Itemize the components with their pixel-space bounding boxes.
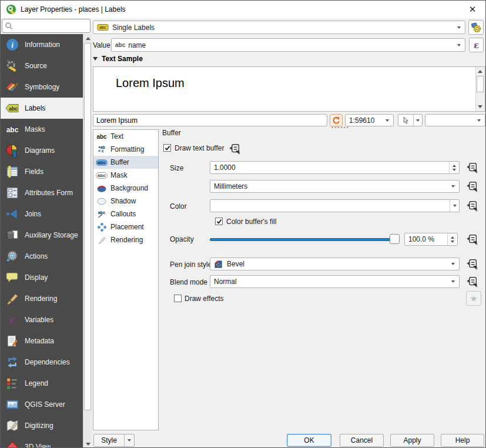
sidebar-item-label: Display — [25, 273, 48, 282]
dd-override-size-button[interactable] — [464, 161, 480, 175]
value-field-combo[interactable]: abc name — [111, 38, 465, 52]
scroll-down-icon[interactable] — [478, 105, 482, 108]
close-button[interactable]: ✕ — [464, 3, 481, 16]
preview-scrollbar[interactable] — [475, 67, 485, 111]
sidebar-item-information[interactable]: i Information — [1, 34, 83, 55]
text-sample-header[interactable]: Text Sample — [93, 55, 143, 63]
sidebar-item-actions[interactable]: Actions — [1, 246, 83, 267]
opacity-value: 100.0 % — [408, 235, 434, 243]
size-unit-combo[interactable]: Millimeters — [210, 180, 460, 193]
rendering-tab-icon — [96, 235, 108, 245]
scroll-up-icon[interactable] — [86, 37, 91, 40]
color-buffer-fill-checkbox[interactable] — [215, 218, 223, 225]
sidebar-item-digitizing[interactable]: Digitizing — [1, 415, 83, 436]
effects-options-button[interactable]: ★ — [466, 291, 481, 306]
dd-override-pen-join-button[interactable] — [464, 257, 480, 271]
chevron-down-icon[interactable] — [450, 200, 459, 212]
apply-button[interactable]: Apply — [390, 434, 434, 447]
single-labels-icon: abc — [97, 24, 109, 31]
help-button[interactable]: Help — [441, 434, 484, 447]
tab-formatting[interactable]: +ab< c Formatting — [93, 143, 158, 156]
dd-override-unit-button[interactable] — [464, 179, 480, 193]
sidebar-item-masks[interactable]: abc Masks — [1, 119, 83, 140]
preview-scrollbar-thumb[interactable] — [477, 76, 484, 92]
sidebar-item-label: Masks — [25, 125, 45, 133]
fields-icon — [5, 164, 20, 179]
tab-placement[interactable]: Placement — [93, 220, 158, 233]
sidebar-item-fields[interactable]: Fields — [1, 161, 83, 182]
automated-placement-button[interactable] — [468, 20, 484, 35]
tab-background[interactable]: Background — [93, 182, 158, 195]
blend-mode-combo[interactable]: Normal — [210, 275, 460, 288]
chevron-down-icon[interactable] — [413, 115, 422, 126]
opacity-slider-track[interactable] — [210, 238, 391, 241]
sidebar-scrollbar-thumb[interactable] — [84, 43, 91, 410]
sidebar-item-auxiliary-storage[interactable]: Auxiliary Storage — [1, 225, 83, 246]
sidebar-item-source[interactable]: Source — [1, 55, 83, 76]
sidebar-item-joins[interactable]: Joins — [1, 203, 83, 225]
dd-override-color-button[interactable] — [464, 199, 480, 213]
callouts-tab-icon: abc — [96, 209, 108, 219]
sidebar-item-label: Source — [25, 62, 47, 70]
data-defined-icon — [465, 180, 478, 193]
sidebar-scrollbar[interactable] — [83, 34, 92, 448]
digitizing-icon — [5, 418, 20, 433]
label-type-combo[interactable]: abc Single Labels — [93, 21, 465, 34]
sidebar-item-label: Digitizing — [25, 422, 53, 430]
sidebar-item-qgis-server[interactable]: QGIS Server — [1, 394, 83, 415]
pen-join-style-combo[interactable]: Bevel — [210, 258, 460, 270]
star-icon: ★ — [470, 293, 477, 304]
sidebar-item-labels[interactable]: abc Labels — [1, 98, 83, 119]
opacity-slider[interactable] — [210, 233, 400, 245]
sidebar-search-input[interactable] — [2, 19, 91, 33]
sidebar-item-label: Information — [25, 41, 60, 49]
dd-expression-combo[interactable] — [425, 114, 485, 126]
sample-text-input[interactable] — [93, 114, 327, 126]
sidebar-item-3d-view[interactable]: 3D View — [1, 436, 83, 448]
panel-splitter-handle[interactable]: •••••• — [331, 125, 350, 131]
tab-buffer[interactable]: abc Buffer — [93, 156, 158, 169]
dd-override-draw-buffer-button[interactable] — [227, 142, 242, 156]
sidebar-item-dependencies[interactable]: Dependencies — [1, 352, 83, 373]
sidebar-item-diagrams[interactable]: Diagrams — [1, 140, 83, 161]
tab-mask[interactable]: abc Mask — [93, 169, 158, 182]
sidebar-item-rendering[interactable]: Rendering — [1, 288, 83, 309]
chevron-down-icon[interactable] — [124, 434, 134, 446]
tab-rendering[interactable]: Rendering — [93, 233, 158, 246]
qgis-server-icon — [5, 397, 20, 412]
scroll-down-icon[interactable] — [86, 443, 91, 446]
tab-text[interactable]: abc Text — [93, 130, 158, 143]
chevron-down-icon — [477, 119, 481, 122]
dd-override-blend-mode-button[interactable] — [464, 275, 480, 289]
data-defined-icon — [465, 275, 478, 288]
size-spinbox[interactable]: 1.0000 — [210, 161, 460, 174]
cancel-button[interactable]: Cancel — [340, 434, 384, 447]
tab-callouts[interactable]: abc Callouts — [93, 208, 158, 220]
tab-shadow[interactable]: Shadow — [93, 195, 158, 208]
sidebar-item-display[interactable]: Display — [1, 267, 83, 288]
sidebar-item-attributes-form[interactable]: Attributes Form — [1, 182, 83, 203]
opacity-spinbox[interactable]: 100.0 % — [404, 233, 458, 246]
expression-builder-button[interactable]: ε — [469, 38, 484, 52]
spin-arrows[interactable] — [449, 162, 459, 173]
sidebar-item-variables[interactable]: ε Variables — [1, 309, 83, 330]
opacity-slider-handle[interactable] — [390, 234, 400, 244]
ok-button[interactable]: OK — [287, 434, 331, 447]
draw-text-buffer-checkbox[interactable] — [163, 144, 171, 152]
sidebar-item-legend[interactable]: Legend — [1, 373, 83, 394]
info-icon: i — [5, 37, 20, 52]
style-menu-button[interactable]: Style — [93, 434, 135, 447]
spin-arrows[interactable] — [447, 233, 457, 245]
epsilon-icon: ε — [474, 40, 479, 51]
buffer-color-button[interactable] — [210, 199, 460, 212]
svg-text:abc: abc — [100, 25, 106, 29]
draw-effects-checkbox[interactable] — [174, 295, 182, 302]
map-settings-split-button[interactable] — [398, 114, 423, 126]
scale-combo[interactable]: 1:59610 — [345, 114, 394, 126]
sidebar-item-symbology[interactable]: Symbology — [1, 76, 83, 98]
sidebar-item-metadata[interactable]: Metadata — [1, 330, 83, 352]
blend-mode-value: Normal — [214, 278, 237, 286]
size-value: 1.0000 — [214, 163, 236, 172]
scroll-up-icon[interactable] — [478, 70, 482, 73]
dd-override-opacity-button[interactable] — [464, 232, 480, 246]
